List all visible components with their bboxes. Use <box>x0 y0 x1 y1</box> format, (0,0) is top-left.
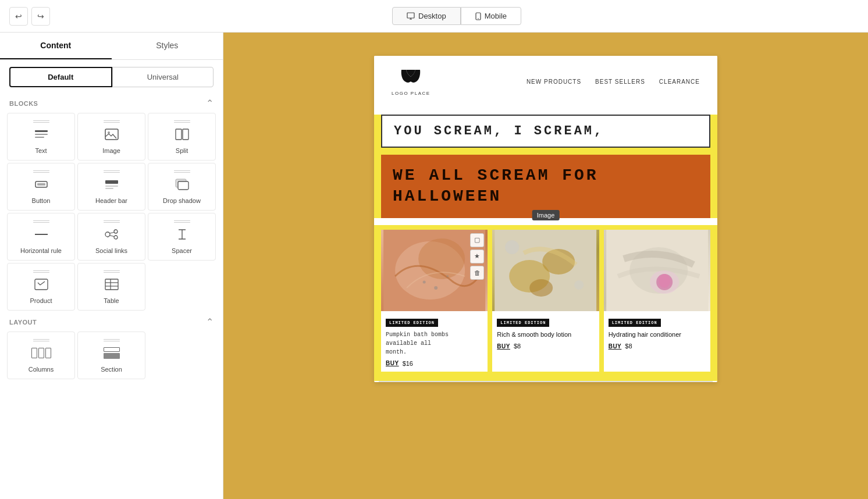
redo-button[interactable]: ↪ <box>31 7 50 26</box>
image-hover-actions-1: ▢ ★ 🗑 <box>470 233 484 280</box>
block-spacer[interactable]: Spacer <box>148 213 216 261</box>
buy-link-1[interactable]: BUY <box>386 360 399 366</box>
product-body-2: LIMITED EDITION Rich & smooth body lotio… <box>492 311 599 372</box>
product-img-svg-2 <box>492 230 599 311</box>
product-img-wrapper-2 <box>492 230 599 311</box>
drag-handle <box>33 270 49 273</box>
price-2: $8 <box>514 343 521 350</box>
block-header-bar[interactable]: Header bar <box>77 163 145 211</box>
section-block-label: Section <box>101 366 122 373</box>
svg-point-33 <box>423 280 426 283</box>
block-social-links[interactable]: Social links <box>77 213 145 261</box>
svg-rect-9 <box>183 129 188 140</box>
split-block-icon <box>172 126 193 142</box>
svg-rect-8 <box>176 129 182 140</box>
horizontal-rule-block-label: Horizontal rule <box>20 247 62 254</box>
buy-link-2[interactable]: BUY <box>497 343 510 350</box>
layout-collapse-button[interactable]: ⌃ <box>206 318 214 327</box>
drag-handle <box>104 170 120 173</box>
limited-badge-3: LIMITED EDITION <box>609 319 661 327</box>
sidebar: Content Styles Default Universal BLOCKS … <box>0 33 223 499</box>
block-image[interactable]: Image <box>77 113 145 161</box>
drag-handle <box>33 170 49 173</box>
sidebar-tabs: Content Styles <box>0 33 223 60</box>
hero-text-line2: WE ALL SCREAM FOR HALLOWEEN <box>381 155 710 218</box>
drag-handle <box>174 220 190 223</box>
header-bar-block-icon <box>101 176 122 193</box>
block-columns[interactable]: Columns <box>7 332 75 379</box>
text-block-icon <box>31 126 52 142</box>
spacer-block-label: Spacer <box>172 247 192 254</box>
table-block-label: Table <box>104 297 119 304</box>
section-block-icon <box>101 345 122 361</box>
drag-handle <box>33 120 49 123</box>
block-drop-shadow[interactable]: Drop shadow <box>148 163 216 211</box>
svg-point-38 <box>505 240 519 254</box>
image-tooltip: Image <box>532 210 560 220</box>
blocks-collapse-button[interactable]: ⌃ <box>206 99 214 108</box>
layout-blocks-grid: Columns Section <box>0 329 223 382</box>
svg-rect-14 <box>105 188 113 189</box>
logo-svg <box>396 67 426 90</box>
svg-rect-16 <box>178 181 188 190</box>
desktop-view-button[interactable]: Desktop <box>392 7 461 25</box>
layout-section-header: Layout ⌃ <box>0 313 223 329</box>
undo-button[interactable]: ↩ <box>9 7 28 26</box>
block-section[interactable]: Section <box>77 332 145 379</box>
img-favorite-btn-1[interactable]: ★ <box>470 250 484 263</box>
social-links-block-icon <box>101 226 122 243</box>
toggle-default-button[interactable]: Default <box>9 67 112 87</box>
desktop-label: Desktop <box>418 12 446 20</box>
logo-text: LOGO PLACE <box>392 91 431 96</box>
drag-handle <box>33 220 49 223</box>
blocks-section-header: BLOCKS ⌃ <box>0 94 223 111</box>
img-replace-btn-1[interactable]: ▢ <box>470 233 484 247</box>
svg-point-18 <box>105 232 110 237</box>
svg-point-7 <box>108 131 110 134</box>
drop-shadow-block-icon <box>172 176 193 193</box>
block-button[interactable]: Button <box>7 163 75 211</box>
product-card-1: ▢ ★ 🗑 LIMITED EDITION Pumpkin bath bombs… <box>381 230 488 372</box>
drag-handle <box>104 339 120 341</box>
limited-badge-2: LIMITED EDITION <box>497 319 549 327</box>
block-table[interactable]: Table <box>77 263 145 311</box>
monitor-icon <box>407 12 415 20</box>
drop-shadow-block-label: Drop shadow <box>163 197 201 204</box>
product-body-3: LIMITED EDITION Hydrating hair condition… <box>604 311 710 372</box>
image-block-label: Image <box>102 147 120 154</box>
mobile-view-button[interactable]: Mobile <box>461 7 521 25</box>
toggle-universal-button[interactable]: Universal <box>112 67 214 87</box>
top-bar: ↩ ↪ Desktop Mobile <box>0 0 868 33</box>
toggle-row: Default Universal <box>0 60 223 94</box>
block-text[interactable]: Text <box>7 113 75 161</box>
buy-link-3[interactable]: BUY <box>609 343 622 350</box>
split-block-label: Split <box>176 147 188 154</box>
svg-rect-11 <box>37 183 45 186</box>
nav-link-clearance: CLEARANCE <box>659 79 700 85</box>
product-price-row-3: BUY $8 <box>609 343 706 350</box>
svg-rect-12 <box>105 180 118 184</box>
product-img-3 <box>604 230 710 311</box>
tab-content[interactable]: Content <box>0 33 112 59</box>
email-template: LOGO PLACE NEW PRODUCTS BEST SELLERS CLE… <box>374 56 717 382</box>
svg-point-32 <box>446 275 449 277</box>
drag-handle <box>174 120 190 123</box>
layout-section-title: Layout <box>9 319 37 326</box>
svg-line-22 <box>110 236 114 237</box>
img-delete-btn-1[interactable]: 🗑 <box>470 266 484 280</box>
tab-styles[interactable]: Styles <box>112 33 223 59</box>
drag-handle <box>33 339 49 341</box>
columns-block-label: Columns <box>29 366 54 373</box>
canvas-area: LOGO PLACE NEW PRODUCTS BEST SELLERS CLE… <box>223 33 868 499</box>
drag-handle <box>104 220 120 223</box>
block-product[interactable]: Product <box>7 263 75 311</box>
block-split[interactable]: Split <box>148 113 216 161</box>
layout-section: Layout ⌃ Columns <box>0 313 223 388</box>
product-price-row-2: BUY $8 <box>497 343 594 350</box>
block-horizontal-rule[interactable]: Horizontal rule <box>7 213 75 261</box>
view-toggle: Desktop Mobile <box>55 7 859 25</box>
nav-link-new-products: NEW PRODUCTS <box>527 79 581 85</box>
limited-badge-1: LIMITED EDITION <box>386 319 438 327</box>
svg-rect-24 <box>105 279 118 290</box>
drag-handle <box>174 170 190 173</box>
